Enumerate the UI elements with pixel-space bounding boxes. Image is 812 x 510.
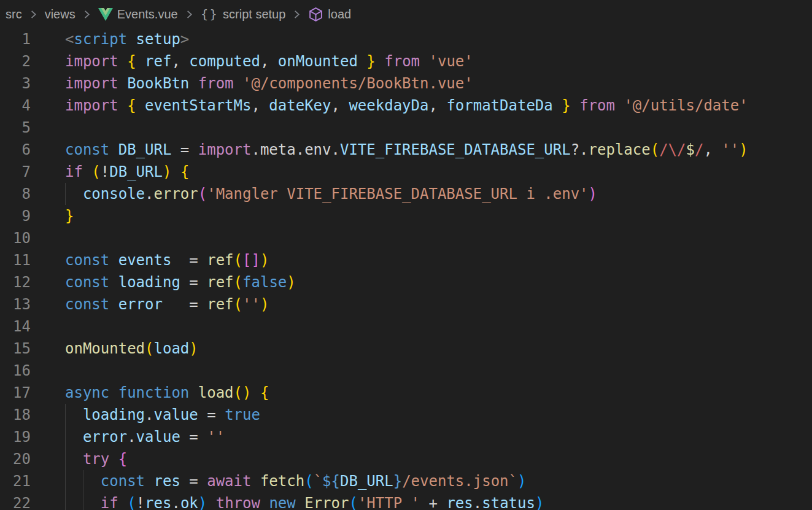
code-text: const loading = ref(false) xyxy=(65,271,296,293)
line-number[interactable]: 4 xyxy=(0,95,31,117)
symbol-method-icon xyxy=(308,7,323,22)
code-text: try { xyxy=(65,448,127,470)
line-number[interactable]: 10 xyxy=(0,227,31,249)
code-text: } xyxy=(65,205,74,227)
line-number[interactable]: 2 xyxy=(0,50,31,72)
line-number[interactable]: 11 xyxy=(0,249,31,271)
code-text: import { ref, computed, onMounted } from… xyxy=(65,50,473,72)
code-line[interactable]: 7if (!DB_URL) { xyxy=(0,161,812,183)
indent-guide xyxy=(65,492,66,510)
code-line[interactable]: 2import { ref, computed, onMounted } fro… xyxy=(0,50,812,72)
code-line[interactable]: 13const error = ref('') xyxy=(0,293,812,315)
code-text: console.error('Mangler VITE_FIREBASE_DAT… xyxy=(65,183,597,205)
code-line[interactable]: 22 if (!res.ok) throw new Error('HTTP ' … xyxy=(0,492,812,510)
line-number[interactable]: 16 xyxy=(0,360,31,382)
line-number[interactable]: 19 xyxy=(0,426,31,448)
code-line[interactable]: 14 xyxy=(0,315,812,338)
code-line[interactable]: 8 console.error('Mangler VITE_FIREBASE_D… xyxy=(0,183,812,205)
code-text: const DB_URL = import.meta.env.VITE_FIRE… xyxy=(65,139,748,161)
code-line[interactable]: 19 error.value = '' xyxy=(0,426,812,448)
code-line[interactable]: 11const events = ref([]) xyxy=(0,249,812,271)
code-line[interactable]: 16 xyxy=(0,360,812,382)
breadcrumb-label: script setup xyxy=(223,7,285,21)
line-number[interactable]: 13 xyxy=(0,293,31,315)
breadcrumb-item-script-setup[interactable]: {} script setup xyxy=(201,7,286,21)
chevron-right-icon xyxy=(28,9,39,20)
code-line[interactable]: 6const DB_URL = import.meta.env.VITE_FIR… xyxy=(0,139,812,161)
line-number[interactable]: 17 xyxy=(0,382,31,404)
line-number[interactable]: 7 xyxy=(0,161,31,183)
code-line[interactable]: 20 try { xyxy=(0,448,812,470)
code-area[interactable]: 1<script setup>2import { ref, computed, … xyxy=(0,28,812,510)
line-number[interactable]: 22 xyxy=(0,492,31,510)
line-number[interactable]: 3 xyxy=(0,72,31,95)
line-number[interactable]: 15 xyxy=(0,338,31,360)
line-number[interactable]: 18 xyxy=(0,404,31,426)
code-text: const error = ref('') xyxy=(65,293,269,315)
code-line[interactable]: 1<script setup> xyxy=(0,28,812,50)
breadcrumb-label: src xyxy=(6,7,22,21)
code-text: import BookBtn from '@/components/BookBt… xyxy=(65,72,473,95)
indent-guide xyxy=(65,470,66,492)
line-number[interactable]: 12 xyxy=(0,271,31,293)
code-line[interactable]: 12const loading = ref(false) xyxy=(0,271,812,293)
vscode-editor-window: { "breadcrumb": { "items": [ { "label": … xyxy=(0,0,812,510)
code-text: const res = await fetch(`${DB_URL}/event… xyxy=(65,470,526,492)
breadcrumb: src views Events.vue {} script setup xyxy=(0,0,812,28)
indent-guide xyxy=(65,448,66,470)
line-number[interactable]: 9 xyxy=(0,205,31,227)
code-line[interactable]: 3import BookBtn from '@/components/BookB… xyxy=(0,72,812,95)
chevron-right-icon xyxy=(81,9,93,20)
code-text: import { eventStartMs, dateKey, weekdayD… xyxy=(65,95,748,117)
breadcrumb-item-load[interactable]: load xyxy=(308,7,351,22)
indent-guide xyxy=(65,183,66,205)
breadcrumb-item-views[interactable]: views xyxy=(45,7,75,21)
line-number[interactable]: 14 xyxy=(0,315,31,338)
braces-icon: {} xyxy=(201,7,218,21)
code-line[interactable]: 5 xyxy=(0,117,812,139)
line-number[interactable]: 6 xyxy=(0,139,31,161)
code-line[interactable]: 9} xyxy=(0,205,812,227)
breadcrumb-label: views xyxy=(45,7,75,21)
breadcrumb-item-events-vue[interactable]: Events.vue xyxy=(98,7,178,21)
code-text: error.value = '' xyxy=(65,426,225,448)
code-line[interactable]: 17async function load() { xyxy=(0,382,812,404)
code-line[interactable]: 4import { eventStartMs, dateKey, weekday… xyxy=(0,95,812,117)
code-text: const events = ref([]) xyxy=(65,249,269,271)
code-line[interactable]: 10 xyxy=(0,227,812,249)
breadcrumb-label: Events.vue xyxy=(117,7,178,21)
line-number[interactable]: 20 xyxy=(0,448,31,470)
line-number[interactable]: 8 xyxy=(0,183,31,205)
line-number[interactable]: 1 xyxy=(0,28,31,50)
chevron-right-icon xyxy=(291,9,303,20)
indent-guide xyxy=(65,426,66,448)
breadcrumb-label: load xyxy=(328,7,351,21)
breadcrumb-item-src[interactable]: src xyxy=(6,7,22,21)
indent-guide xyxy=(83,492,83,510)
chevron-right-icon xyxy=(184,9,195,20)
code-line[interactable]: 15onMounted(load) xyxy=(0,338,812,360)
indent-guide xyxy=(65,404,66,426)
vue-logo-icon xyxy=(98,8,113,21)
code-text: <script setup> xyxy=(65,28,189,50)
indent-guide xyxy=(83,470,83,492)
code-line[interactable]: 21 const res = await fetch(`${DB_URL}/ev… xyxy=(0,470,812,492)
line-number[interactable]: 21 xyxy=(0,470,31,492)
code-text: loading.value = true xyxy=(65,404,260,426)
code-text: onMounted(load) xyxy=(65,338,198,360)
code-line[interactable]: 18 loading.value = true xyxy=(0,404,812,426)
line-number[interactable]: 5 xyxy=(0,117,31,139)
code-text: if (!DB_URL) { xyxy=(65,161,189,183)
code-text: async function load() { xyxy=(65,382,269,404)
code-text: if (!res.ok) throw new Error('HTTP ' + r… xyxy=(65,492,544,510)
